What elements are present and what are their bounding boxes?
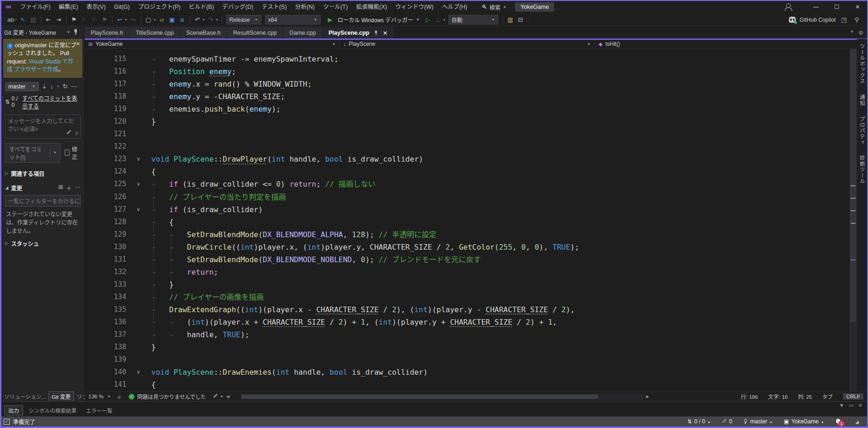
panel-tab-エラー一覧[interactable]: エラー一覧 xyxy=(82,406,117,415)
line-indicator[interactable]: 行: 186 xyxy=(741,393,758,400)
navigate-back-dropdown[interactable]: ▼ xyxy=(124,18,128,21)
bookmark-prev-icon[interactable]: ⚐ xyxy=(80,15,89,25)
menu-item-Git[interactable]: Git(G) xyxy=(110,0,134,14)
bookmark-clear-icon[interactable]: ⚑ xyxy=(100,15,109,25)
pin-icon[interactable] xyxy=(374,30,378,35)
code-line[interactable]: 134→ // プレイヤーの画像を描画 xyxy=(85,291,849,303)
fold-marker-icon[interactable]: ∨ xyxy=(133,153,144,165)
tab-ResultScene.cpp[interactable]: ResultScene.cpp xyxy=(227,27,283,39)
type-dropdown[interactable]: ↓ PlayScene ▼ xyxy=(340,40,595,48)
tab-PlayScene.cpp[interactable]: PlayScene.cpp✕ xyxy=(322,27,394,39)
eol-indicator[interactable]: CRLF xyxy=(843,393,863,400)
code-health-indicator[interactable]: ✓ 問題は見つかりませんでした xyxy=(124,393,211,400)
tab-PlayScene.h[interactable]: PlayScene.h xyxy=(85,27,129,39)
work-item-icon[interactable]: # xyxy=(75,130,78,137)
right-strip-tab-診断ツール[interactable]: 診断ツール xyxy=(858,155,866,184)
settings-gear-icon[interactable]: ⚙ xyxy=(858,30,863,36)
redo-dropdown[interactable]: ▼ xyxy=(216,18,219,21)
menu-item-分析[interactable]: 分析(N) xyxy=(291,0,319,14)
menu-item-ビルド[interactable]: ビルド(B) xyxy=(185,0,218,14)
bookmark-next-icon[interactable]: ⚐ xyxy=(90,15,99,25)
fold-marker-icon[interactable]: ∨ xyxy=(133,203,144,216)
fetch-icon[interactable]: ⇣ xyxy=(42,83,47,90)
panel-close-icon[interactable]: ✕ xyxy=(858,403,862,409)
changes-more-icon[interactable]: ⋯ xyxy=(75,184,81,192)
changes-section[interactable]: ◢ 変更 ⊞ ＋ ⋯ xyxy=(1,181,84,195)
push-icon[interactable]: ↑ xyxy=(56,83,60,90)
code-line[interactable]: 123∨void PlayScene::DrawPlayer(int handl… xyxy=(85,153,849,165)
code-line[interactable]: 139 xyxy=(85,353,849,366)
menu-item-テスト[interactable]: テスト(S) xyxy=(258,0,291,14)
navigate-cursor-icon[interactable]: ↖ xyxy=(19,15,28,25)
indent-decrease-icon[interactable]: ⇤ xyxy=(44,15,53,25)
sidebar-tab-Git 変更[interactable]: Git 変更 xyxy=(49,391,74,402)
code-line[interactable]: 124{ xyxy=(85,165,849,178)
panel-restore-icon[interactable]: ▭ xyxy=(849,403,853,409)
notifications-item[interactable]: 1 xyxy=(835,419,841,424)
menu-item-ファイル[interactable]: ファイル(F) xyxy=(16,0,55,14)
stage-all-icon[interactable]: ＋ xyxy=(66,184,72,192)
related-items-section[interactable]: ▷ 関連する項目 xyxy=(1,166,84,181)
start-without-debugging-icon[interactable]: ▷ xyxy=(423,15,433,25)
zoom-select[interactable]: 136 %▼ xyxy=(85,394,115,399)
menu-item-ウィンドウ[interactable]: ウィンドウ(W) xyxy=(391,0,438,14)
tab-TitleScene.cpp[interactable]: TitleScene.cpp xyxy=(130,27,180,39)
pending-edits-item[interactable]: 0 xyxy=(722,418,732,425)
resize-grip-icon[interactable]: ◢ xyxy=(855,419,859,424)
code-editor[interactable]: 115→ enemySpawnTimer -= enemySpawnInterv… xyxy=(85,49,849,391)
commit-message-input[interactable]: メッセージを入力してください <必須> # xyxy=(5,114,81,138)
menu-item-拡張機能[interactable]: 拡張機能(X) xyxy=(352,0,391,14)
code-line[interactable]: 127∨→ if (is_draw_collider) xyxy=(85,203,849,216)
code-line[interactable]: 129→ → SetDrawBlendMode(DX_BLENDMODE_ALP… xyxy=(85,228,849,241)
code-line[interactable]: 120} xyxy=(85,115,849,128)
sync-commits-item[interactable]: ⇅ 0 / 0 ▲ xyxy=(687,418,710,425)
profiler-icon[interactable]: ♨ xyxy=(434,15,443,25)
code-line[interactable]: 118→ enemy.y = -CHARACTER_SIZE; xyxy=(85,90,849,103)
toolbar-grip[interactable]: ⁞ xyxy=(4,17,5,22)
more-actions-icon[interactable]: ⋯ xyxy=(71,83,77,90)
pin-icon[interactable] xyxy=(73,29,79,35)
stash-section[interactable]: ▷ スタッシュ xyxy=(1,236,84,251)
code-line[interactable]: 121 xyxy=(85,128,849,140)
current-repo-item[interactable]: ▣ YokeGame ▲ xyxy=(784,418,824,425)
live-share-icon[interactable]: ⚲ xyxy=(852,15,862,25)
undo-icon[interactable]: ↶ xyxy=(193,15,202,25)
sync-icon[interactable]: ↻ xyxy=(63,83,68,90)
code-line[interactable]: 119→ enemies.push_back(enemy); xyxy=(85,103,849,115)
tab-overflow-icon[interactable]: ▼ xyxy=(850,30,854,36)
platform-select[interactable]: x64▼ xyxy=(265,15,321,25)
redo-icon[interactable]: ↷ xyxy=(206,15,216,25)
spell-check-icon[interactable]: ab✓ xyxy=(7,15,18,25)
maximize-button[interactable]: ☐ xyxy=(826,0,847,14)
sidebar-tab-ソリューション...[interactable]: ソリューション... xyxy=(1,392,49,401)
member-dropdown[interactable]: ◆ IsHit() xyxy=(595,40,849,48)
project-dropdown[interactable]: ⊞ YokeGame ▼ xyxy=(85,40,340,48)
branch-select[interactable]: master▼ xyxy=(5,82,39,91)
code-line[interactable]: 128→ { xyxy=(85,216,849,228)
send-feedback-icon[interactable]: ◳ xyxy=(839,15,849,25)
panel-tab-出力[interactable]: 出力 xyxy=(4,405,23,415)
pull-icon[interactable]: ↓ xyxy=(50,83,54,90)
navigate-back-icon[interactable]: ↩ xyxy=(115,15,124,25)
indent-increase-icon[interactable]: ⇥ xyxy=(54,15,63,25)
save-all-icon[interactable]: ⧈ xyxy=(178,15,187,25)
create-pr-browser-link[interactable]: ブラウザーで作成 xyxy=(14,66,58,73)
start-debugging-button[interactable]: ▶ ローカル Windows デバッガー ▼ xyxy=(323,15,422,25)
copilot-label[interactable]: GitHub Copilot xyxy=(800,17,836,23)
add-item-icon[interactable]: ▥ xyxy=(506,15,515,25)
code-line[interactable]: 125∨→ if (is_draw_collider <= 0) return;… xyxy=(85,178,849,190)
menu-item-編集[interactable]: 編集(E) xyxy=(55,0,82,14)
menu-item-ヘルプ[interactable]: ヘルプ(H) xyxy=(438,0,471,14)
code-line[interactable]: 136→ → (int)(player.x + CHARACTER_SIZE /… xyxy=(85,316,849,328)
open-folder-icon[interactable]: ▱ xyxy=(157,15,167,25)
char-indicator[interactable]: 文字: 16 xyxy=(768,393,787,400)
changes-filter-input[interactable]: 一覧にフィルターをかけるには、こ... xyxy=(5,195,81,207)
task-check-icon[interactable]: ✓ xyxy=(4,419,10,425)
code-line[interactable]: 135→ DrawExtendGraph((int)(player.x - CH… xyxy=(85,303,849,316)
fold-marker-icon[interactable]: ∨ xyxy=(133,366,144,378)
code-line[interactable]: 126→ // プレイヤーの当たり判定を描画 xyxy=(85,191,849,203)
editor-vertical-scrollbar[interactable] xyxy=(849,49,857,391)
panel-tab-シンボルの検索結果[interactable]: シンボルの検索結果 xyxy=(25,406,81,415)
panel-dropdown-icon[interactable]: ▼ xyxy=(839,403,844,409)
scroll-left-icon[interactable]: ◀ xyxy=(223,394,232,399)
